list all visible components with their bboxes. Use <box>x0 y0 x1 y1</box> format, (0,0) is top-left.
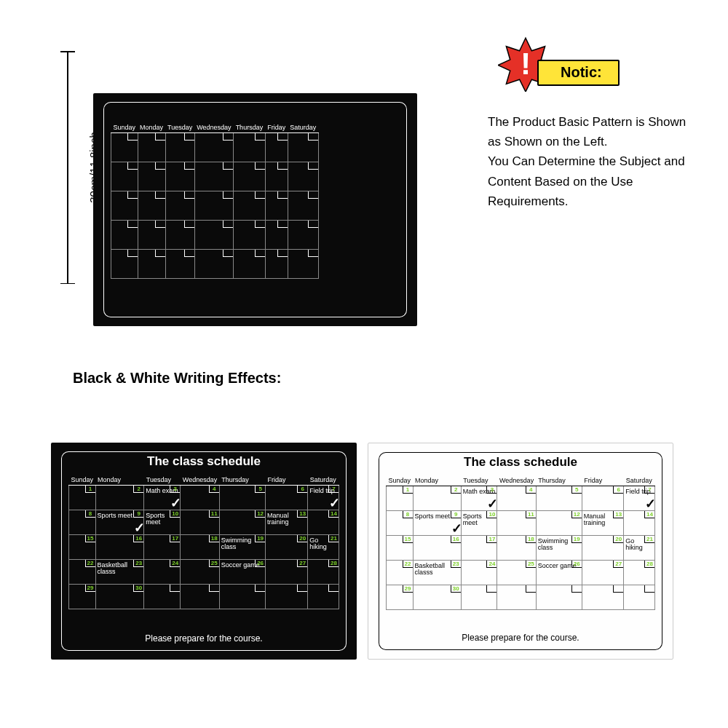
calendar-cell: 18 <box>181 535 219 560</box>
date-number: 22 <box>403 561 413 568</box>
calendar-cell: 27 <box>582 561 623 585</box>
day-header: Monday <box>95 475 144 486</box>
date-number: 3 <box>486 486 496 494</box>
calendar-cell <box>181 585 219 609</box>
calendar-cell: 21Go hiking <box>624 536 655 561</box>
calendar-cell: 3Math exam✓ <box>461 486 497 511</box>
calendar-cell: 2 <box>413 486 461 511</box>
date-number <box>526 585 536 593</box>
day-header: Thursday <box>219 475 265 486</box>
date-number: 10 <box>170 510 180 518</box>
calendar-cell <box>234 191 266 221</box>
calendar-cell: 16 <box>413 536 461 561</box>
calendar-cell <box>194 162 233 191</box>
calendar-cell: 29 <box>387 585 414 610</box>
calendar-cell: 30 <box>413 585 461 610</box>
date-number: 21 <box>644 536 654 543</box>
date-number: 26 <box>255 560 265 567</box>
calendar-cell: 23Basketball classs <box>95 560 144 585</box>
calendar-cell: 21Go hiking <box>308 535 339 560</box>
date-number: 8 <box>403 511 413 518</box>
day-header: Saturday <box>288 122 318 133</box>
calendar-board-black: The class schedule SundayMondayTuesdayWe… <box>51 443 357 660</box>
date-number: 13 <box>297 510 307 518</box>
calendar-cell: 14 <box>624 511 655 536</box>
date-number: 19 <box>255 535 265 542</box>
calendar-cell <box>266 585 308 609</box>
date-number <box>644 585 654 593</box>
day-header: Wednesday <box>497 475 536 486</box>
date-number: 28 <box>644 561 654 568</box>
day-header: Sunday <box>69 475 96 486</box>
date-number: 23 <box>133 560 143 567</box>
day-header: Wednesday <box>181 475 219 486</box>
date-number: 27 <box>297 560 307 567</box>
calendar-cell <box>624 585 655 610</box>
calendar-cell <box>138 250 165 279</box>
calendar-cell <box>219 585 265 609</box>
calendar-cell: 12 <box>536 511 582 536</box>
calendar-cell: 8 <box>69 510 96 535</box>
calendar-grid-white: SundayMondayTuesdayWednesdayThursdayFrid… <box>386 475 655 610</box>
calendar-cell: 1 <box>387 486 414 511</box>
date-number <box>255 585 265 592</box>
calendar-cell <box>111 162 138 191</box>
date-number: 22 <box>85 560 95 567</box>
calendar-cell <box>165 191 194 221</box>
calendar-cell: 7Field trip✓ <box>624 486 655 511</box>
date-number: 21 <box>328 535 339 542</box>
calendar-cell: 9Sports meet✓ <box>95 510 144 535</box>
calendar-cell: 27 <box>266 560 308 585</box>
calendar-cell: 11 <box>181 510 219 535</box>
date-number: 17 <box>486 536 496 543</box>
calendar-cell: 24 <box>461 561 497 585</box>
calendar-cell <box>265 191 288 221</box>
date-number: 11 <box>526 511 536 518</box>
calendar-cell <box>265 221 288 250</box>
calendar-cell <box>165 221 194 250</box>
calendar-cell: 5 <box>219 486 265 510</box>
date-number: 1 <box>403 486 413 494</box>
calendar-cell: 26Soccer game <box>219 560 265 585</box>
date-number: 20 <box>613 536 623 543</box>
day-header: Thursday <box>234 122 266 133</box>
notice-text: The Product Basic Pattern is Shown as Sh… <box>488 112 699 211</box>
date-number: 7 <box>328 486 339 493</box>
calendar-cell: 15 <box>69 535 96 560</box>
day-header: Friday <box>265 122 288 133</box>
date-number: 24 <box>486 561 496 568</box>
calendar-cell <box>194 250 233 279</box>
calendar-cell: 11 <box>497 511 536 536</box>
date-number: 15 <box>85 535 95 542</box>
date-number <box>209 585 219 592</box>
calendar-cell <box>461 585 497 610</box>
date-number: 19 <box>571 536 582 543</box>
calendar-cell <box>234 250 266 279</box>
calendar-cell: 10Sports meet <box>461 511 497 536</box>
calendar-cell: 15 <box>387 536 414 561</box>
day-header: Friday <box>266 475 308 486</box>
calendar-grid-black: SundayMondayTuesdayWednesdayThursdayFrid… <box>68 475 339 609</box>
date-number: 25 <box>209 560 219 567</box>
day-header: Sunday <box>387 475 414 486</box>
date-number <box>170 585 180 592</box>
date-number <box>486 585 496 593</box>
date-number: 14 <box>644 511 654 518</box>
date-number: 13 <box>613 511 623 518</box>
calendar-cell <box>165 133 194 162</box>
calendar-cell: 17 <box>144 535 181 560</box>
calendar-cell: 14 <box>308 510 339 535</box>
calendar-cell: 20 <box>582 536 623 561</box>
date-number: 2 <box>451 486 461 494</box>
day-header: Friday <box>582 475 623 486</box>
calendar-cell: 13Manual training <box>266 510 308 535</box>
date-number: 24 <box>170 560 180 567</box>
calendar-cell <box>288 133 318 162</box>
calendar-cell <box>288 191 318 221</box>
date-number: 18 <box>209 535 219 542</box>
date-number: 20 <box>297 535 307 542</box>
day-header: Tuesday <box>461 475 497 486</box>
check-icon: ✓ <box>329 495 340 511</box>
date-number: 29 <box>403 585 413 593</box>
calendar-cell <box>265 162 288 191</box>
